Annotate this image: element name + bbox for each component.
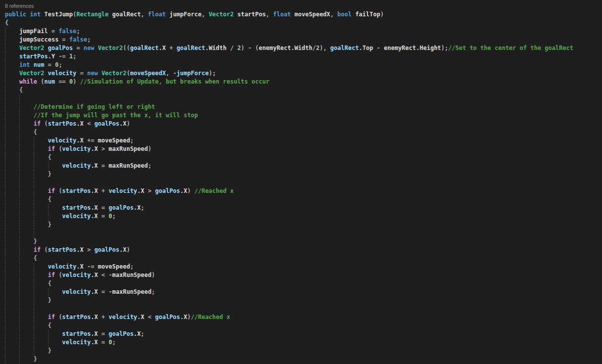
code-line[interactable]: { <box>0 254 602 263</box>
code-token: moveSpeed <box>98 263 130 270</box>
code-line[interactable]: if (startPos.X < goalPos.X) <box>0 120 602 128</box>
codelens-references[interactable]: 8 references <box>0 1 602 10</box>
code-line[interactable]: { <box>0 86 602 94</box>
code-token: ) <box>380 11 384 18</box>
code-token: > <box>144 187 155 194</box>
code-line[interactable]: } <box>0 237 602 246</box>
code-line[interactable]: if (startPos.X > goalPos.X) <box>0 246 602 254</box>
indent-guide <box>5 305 5 313</box>
code-token: ( <box>55 314 62 320</box>
code-line[interactable]: } <box>0 355 602 364</box>
code-line[interactable]: while (num == 0) //Simulation of Update,… <box>0 78 602 86</box>
code-line[interactable]: int num = 0; <box>0 61 602 69</box>
code-token: > <box>98 145 109 152</box>
code-token <box>5 213 62 220</box>
code-token: ; <box>148 162 151 169</box>
code-line[interactable]: { <box>0 19 602 27</box>
code-line[interactable]: { <box>0 153 602 162</box>
code-token <box>94 45 98 51</box>
code-line[interactable]: { <box>0 128 602 136</box>
code-line[interactable]: } <box>0 296 602 305</box>
code-line[interactable]: { <box>0 195 602 204</box>
code-line[interactable]: velocity.X = -maxRunSpeed; <box>0 288 602 296</box>
code-token: moveSpeedX <box>130 70 166 77</box>
code-line[interactable]: } <box>0 221 602 229</box>
code-line[interactable]: jumpSuccess = false; <box>0 36 602 44</box>
code-line[interactable]: //Determine if going left or right <box>0 103 602 111</box>
code-token: goalPos <box>94 120 120 127</box>
code-token <box>5 45 19 51</box>
code-line[interactable]: Vector2 goalPos = new Vector2((goalRect.… <box>0 44 602 52</box>
code-line[interactable]: startPos.X = goalPos.X; <box>0 204 602 212</box>
code-token <box>5 78 19 85</box>
code-line[interactable] <box>0 179 602 187</box>
code-token: jumpForce <box>166 11 201 18</box>
code-token: goalPos <box>94 246 120 253</box>
code-token: .X <box>91 288 97 295</box>
code-token: ) <box>127 246 130 253</box>
code-line[interactable]: velocity.X += moveSpeed; <box>0 136 602 145</box>
code-line[interactable]: startPos.Y -= 1; <box>0 52 602 61</box>
code-token: / <box>227 45 237 51</box>
code-token: ; <box>87 36 91 43</box>
code-line[interactable]: } <box>0 170 602 179</box>
code-token: .Width <box>205 45 227 51</box>
code-line[interactable]: velocity.X -= moveSpeed; <box>0 263 602 271</box>
code-line[interactable]: if (velocity.X < -maxRunSpeed) <box>0 271 602 279</box>
code-token: .X <box>134 330 140 337</box>
code-token: .X <box>91 330 97 337</box>
code-token: velocity <box>48 70 77 77</box>
code-token: ( <box>41 246 47 253</box>
code-line[interactable]: velocity.X = 0; <box>0 212 602 221</box>
code-token: += <box>84 137 98 144</box>
code-token: velocity <box>62 339 91 346</box>
code-line[interactable]: //If the jump will go past the x, it wil… <box>0 111 602 120</box>
code-line[interactable]: velocity.X = maxRunSpeed; <box>0 162 602 170</box>
code-line[interactable]: if (startPos.X + velocity.X < goalPos.X)… <box>0 313 602 321</box>
code-token: = <box>77 70 88 77</box>
code-token: -= <box>84 263 98 270</box>
code-line[interactable]: if (startPos.X + velocity.X > goalPos.X)… <box>0 187 602 195</box>
code-token: 0 <box>109 213 112 220</box>
code-token: ; <box>130 137 134 144</box>
code-token: } <box>48 171 51 178</box>
code-token <box>5 272 48 278</box>
code-token: .X <box>119 120 126 127</box>
code-token <box>5 288 62 295</box>
code-line[interactable]: } <box>0 347 602 355</box>
code-line[interactable]: if (velocity.X > maxRunSpeed) <box>0 145 602 153</box>
code-line[interactable]: velocity.X = 0; <box>0 338 602 347</box>
code-token <box>5 70 19 77</box>
code-token: velocity <box>62 213 91 220</box>
code-token: } <box>48 297 51 304</box>
code-token <box>44 70 47 77</box>
code-token: enemyRect.Width <box>259 45 312 51</box>
code-token: .X <box>91 339 97 346</box>
code-token: num <box>34 61 45 68</box>
code-token: = <box>98 162 109 169</box>
code-line[interactable]: Vector2 velocity = new Vector2(moveSpeed… <box>0 69 602 78</box>
code-token: goalPos <box>155 314 180 320</box>
code-line[interactable] <box>0 94 602 103</box>
code-line[interactable]: public int TestJump(Rectangle goalRect, … <box>0 10 602 19</box>
code-line[interactable]: { <box>0 279 602 288</box>
code-line[interactable]: { <box>0 321 602 330</box>
code-line[interactable] <box>0 229 602 237</box>
code-token: ( <box>55 272 62 278</box>
code-token: 2 <box>237 45 241 51</box>
code-token: , <box>201 11 208 18</box>
indent-guide <box>34 229 34 237</box>
code-line[interactable]: startPos.X = goalPos.X; <box>0 330 602 338</box>
code-token: < <box>84 120 94 127</box>
code-line[interactable]: jumpFail = false; <box>0 27 602 36</box>
code-token: > <box>84 246 94 253</box>
code-token: if <box>34 120 41 127</box>
code-token: //Simulation of Update, but breaks when … <box>80 78 270 85</box>
code-token: = <box>51 28 58 35</box>
code-token: ); <box>441 45 448 51</box>
code-token: ( <box>55 145 62 152</box>
code-token: goalPos <box>155 187 180 194</box>
code-token: .X <box>77 120 84 127</box>
code-token: startPos <box>19 53 48 60</box>
code-line[interactable] <box>0 305 602 313</box>
